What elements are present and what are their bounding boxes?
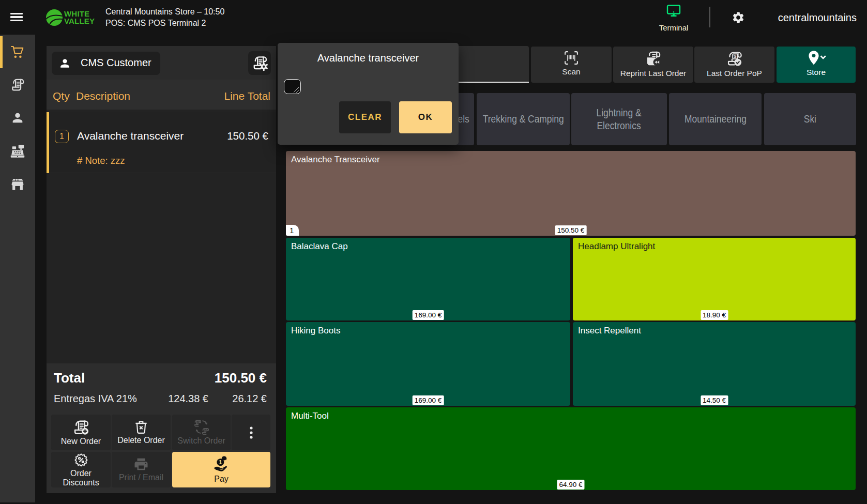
svg-text:1: 1 xyxy=(219,460,222,466)
svg-text:$: $ xyxy=(734,53,737,59)
